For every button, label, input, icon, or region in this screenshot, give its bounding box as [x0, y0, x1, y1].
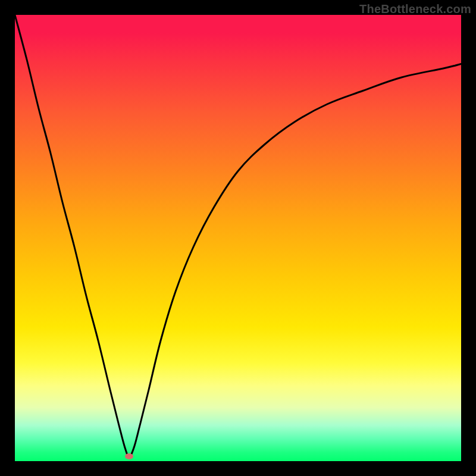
- attribution-text: TheBottleneck.com: [359, 2, 471, 16]
- chart-frame: [15, 15, 461, 461]
- minimum-marker: [125, 453, 133, 459]
- bottleneck-curve: [15, 15, 461, 461]
